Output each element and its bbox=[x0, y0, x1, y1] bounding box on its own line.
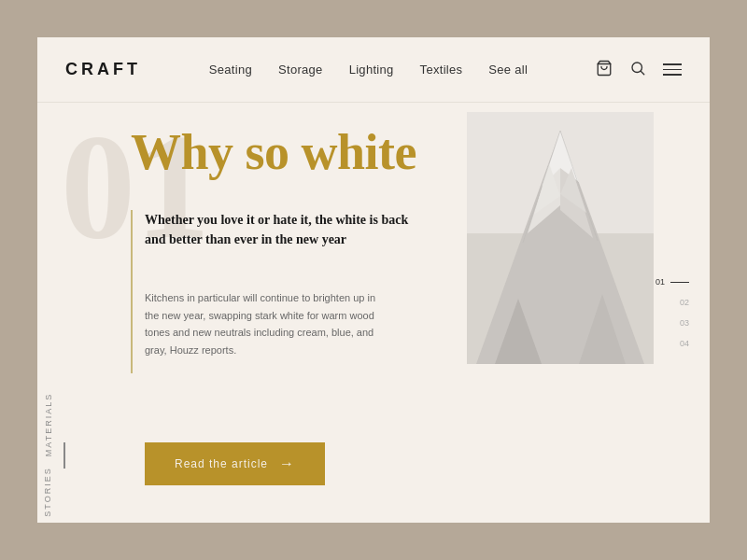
hero-headline: Why so white bbox=[131, 126, 416, 179]
hero-body: Kitchens in particular will continue to … bbox=[145, 289, 383, 359]
hero-subtitle: Whether you love it or hate it, the whit… bbox=[145, 210, 425, 249]
search-icon[interactable] bbox=[629, 60, 646, 79]
nav-icons bbox=[596, 60, 682, 79]
logo[interactable]: CRAFT bbox=[65, 60, 141, 79]
main-card: CRAFT Seating Storage Lighting Textiles … bbox=[37, 37, 710, 523]
nav-links: Seating Storage Lighting Textiles See al… bbox=[209, 63, 528, 77]
slide-indicator-1[interactable]: 01 bbox=[655, 277, 689, 287]
slide-indicators: 01 02 03 04 bbox=[655, 277, 689, 348]
read-article-button[interactable]: Read the article → bbox=[145, 442, 325, 485]
main-content: 01 Why so white Whether you love it or h… bbox=[37, 103, 710, 523]
nav-see-all[interactable]: See all bbox=[488, 63, 528, 77]
slide-indicator-2[interactable]: 02 bbox=[655, 298, 689, 307]
cta-label: Read the article bbox=[175, 457, 268, 470]
nav-seating[interactable]: Seating bbox=[209, 63, 252, 77]
slide-num-3: 03 bbox=[680, 318, 689, 328]
header: CRAFT Seating Storage Lighting Textiles … bbox=[37, 37, 710, 103]
slide-num-4: 04 bbox=[680, 339, 689, 348]
svg-point-1 bbox=[632, 63, 642, 73]
slide-num-2: 02 bbox=[680, 298, 689, 307]
side-label-stories: Stories bbox=[43, 467, 52, 516]
content-accent-line bbox=[131, 210, 133, 373]
menu-icon[interactable] bbox=[663, 63, 682, 76]
side-divider-line bbox=[63, 442, 65, 469]
slide-num-1: 01 bbox=[655, 277, 665, 287]
slide-indicator-4[interactable]: 04 bbox=[655, 339, 689, 348]
nav-storage[interactable]: Storage bbox=[278, 63, 323, 77]
cta-arrow-icon: → bbox=[279, 455, 295, 472]
nav-lighting[interactable]: Lighting bbox=[349, 63, 394, 77]
nav-textiles[interactable]: Textiles bbox=[420, 63, 463, 77]
cart-icon[interactable] bbox=[596, 60, 613, 79]
article-image bbox=[467, 112, 654, 364]
slide-indicator-3[interactable]: 03 bbox=[655, 318, 689, 328]
svg-line-2 bbox=[641, 71, 643, 74]
side-label-materials: Materials bbox=[44, 393, 53, 456]
